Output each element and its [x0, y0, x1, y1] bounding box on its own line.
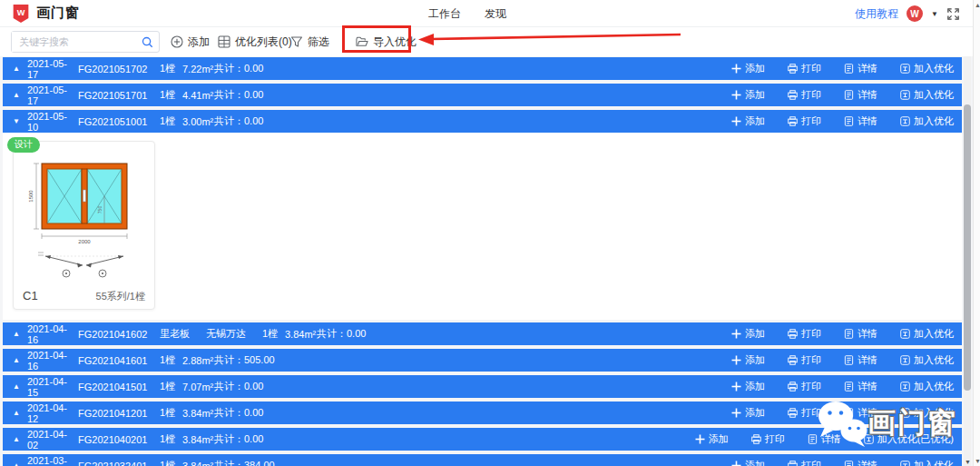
- row-add-button[interactable]: 添加: [731, 88, 765, 102]
- row-join-optimize-button[interactable]: 加入优化: [900, 380, 954, 393]
- row-join-optimize-label: 加入优化(已优化): [877, 432, 954, 446]
- row-join-optimize-button[interactable]: 加入优化: [900, 62, 954, 75]
- row-add-button[interactable]: 添加: [731, 380, 765, 393]
- top-nav: 工作台 发现: [428, 0, 506, 27]
- project-row[interactable]: ▲ 2021-04-15 FG2021041501 1樘 7.07m² 共计：0…: [3, 375, 962, 398]
- expand-toggle-icon[interactable]: ▲: [13, 435, 27, 443]
- scroll-down-icon[interactable]: ▼: [975, 458, 980, 464]
- inner-scrollbar-thumb[interactable]: [964, 104, 971, 391]
- row-join-optimize-button[interactable]: 加入优化: [900, 459, 954, 466]
- expand-toggle-icon[interactable]: ▲: [13, 409, 27, 417]
- row-print-button[interactable]: 打印: [788, 380, 821, 393]
- expand-toggle-icon[interactable]: ▲: [13, 64, 27, 73]
- row-code: FG2021051702: [78, 64, 160, 74]
- fullscreen-icon[interactable]: [946, 7, 960, 21]
- expand-toggle-icon[interactable]: ▲: [13, 330, 27, 338]
- optimize-list-button[interactable]: 优化列表(0): [218, 34, 292, 50]
- scroll-up-icon[interactable]: ▲: [975, 2, 980, 8]
- row-print-button[interactable]: 打印: [788, 353, 821, 367]
- row-join-optimize-button[interactable]: 加入优化: [900, 114, 954, 128]
- caret-down-icon[interactable]: ▼: [931, 10, 938, 18]
- row-join-optimize-button[interactable]: 加入优化(已优化): [864, 432, 954, 446]
- project-row[interactable]: ▲ 2021-04-12 FG2021041201 1樘 3.84m² 共计：0…: [3, 402, 962, 424]
- dim-height-label: 1500: [28, 190, 34, 203]
- row-area: 3.84m²: [285, 329, 317, 340]
- row-print-label: 打印: [801, 459, 821, 466]
- design-card[interactable]: 设计 1500: [13, 141, 155, 310]
- project-row[interactable]: ▲ 2021-05-17 FG2021051702 1樘 7.22m² 共计：0…: [3, 57, 962, 80]
- row-area: 7.22m²: [182, 64, 214, 74]
- row-add-button[interactable]: 添加: [731, 459, 765, 466]
- row-detail-button[interactable]: 详情: [844, 114, 877, 128]
- row-print-button[interactable]: 打印: [751, 432, 785, 446]
- row-add-label: 添加: [745, 380, 765, 393]
- row-print-button[interactable]: 打印: [788, 88, 821, 102]
- expand-toggle-icon[interactable]: ▲: [13, 461, 27, 466]
- search-input[interactable]: [12, 32, 139, 52]
- row-add-button[interactable]: 添加: [731, 353, 765, 367]
- row-print-button[interactable]: 打印: [788, 327, 821, 341]
- row-join-optimize-button[interactable]: 加入优化: [900, 406, 954, 420]
- import-optimize-button[interactable]: 导入优化: [356, 34, 416, 50]
- row-detail-label: 详情: [858, 62, 877, 75]
- row-add-button[interactable]: 添加: [695, 432, 729, 446]
- project-row[interactable]: ▲ 2021-03-24 FG2021032401 1樘 3.84m² 共计：3…: [3, 454, 962, 466]
- row-detail-button[interactable]: 详情: [844, 459, 877, 466]
- row-print-button[interactable]: 打印: [788, 459, 821, 466]
- project-row[interactable]: ▲ 2021-04-16 FG2021041601 1樘 2.88m² 共计：5…: [3, 349, 962, 372]
- row-add-button[interactable]: 添加: [731, 114, 765, 128]
- row-join-optimize-button[interactable]: 加入优化: [900, 327, 954, 341]
- avatar[interactable]: W: [906, 5, 923, 22]
- row-join-optimize-button[interactable]: 加入优化: [900, 88, 954, 102]
- row-detail-button[interactable]: 详情: [844, 406, 877, 420]
- rows-top: ▲ 2021-05-17 FG2021051702 1樘 7.22m² 共计：0…: [3, 57, 962, 133]
- row-units: 1樘: [160, 353, 182, 367]
- printer-icon: [788, 355, 798, 365]
- row-units: 1樘: [160, 380, 182, 393]
- row-total: 共计：0.00: [214, 62, 263, 75]
- scroll-down-icon[interactable]: ▼: [965, 459, 971, 465]
- filter-label: 筛选: [308, 35, 329, 50]
- box-icon: [900, 329, 910, 339]
- add-button[interactable]: 添加: [171, 34, 210, 50]
- project-row[interactable]: ▲ 2021-04-02 FG2021040201 1樘 3.84m² 共计：0…: [3, 428, 962, 451]
- row-add-label: 添加: [709, 432, 729, 446]
- row-detail-button[interactable]: 详情: [844, 327, 877, 341]
- row-detail-button[interactable]: 详情: [808, 432, 841, 446]
- project-row[interactable]: ▼ 2021-05-10 FG2021051001 1樘 3.00m² 共计：0…: [3, 110, 962, 133]
- inner-scrollbar[interactable]: ▼: [964, 56, 971, 466]
- search-icon[interactable]: [142, 36, 153, 48]
- project-row[interactable]: ▲ 2021-05-17 FG2021051701 1樘 4.41m² 共计：0…: [3, 84, 962, 106]
- row-detail-button[interactable]: 详情: [844, 353, 877, 367]
- expand-toggle-icon[interactable]: ▲: [13, 91, 27, 99]
- expand-toggle-icon[interactable]: ▼: [13, 117, 27, 125]
- project-row[interactable]: ▲ 2021-04-16 FG2021041602 里老板 无锡万达 1樘 3.…: [3, 322, 962, 345]
- expand-toggle-icon[interactable]: ▲: [13, 356, 27, 364]
- row-print-button[interactable]: 打印: [788, 114, 821, 128]
- tutorial-link[interactable]: 使用教程: [855, 6, 898, 22]
- row-detail-button[interactable]: 详情: [844, 380, 877, 393]
- row-print-label: 打印: [801, 380, 821, 393]
- logo[interactable]: W 画门窗: [12, 4, 80, 24]
- row-join-optimize-button[interactable]: 加入优化: [900, 353, 954, 367]
- browser-scrollbar[interactable]: ▲ ▼: [973, 0, 980, 466]
- row-detail-label: 详情: [821, 432, 841, 446]
- filter-button[interactable]: 筛选: [290, 34, 329, 50]
- nav-discover[interactable]: 发现: [485, 6, 506, 22]
- optimize-list-label: 优化列表(0): [235, 35, 292, 50]
- row-units: 1樘: [160, 406, 182, 420]
- expand-toggle-icon[interactable]: ▲: [13, 382, 27, 391]
- row-add-button[interactable]: 添加: [731, 62, 765, 75]
- row-print-button[interactable]: 打印: [788, 62, 821, 75]
- row-area: 3.84m²: [182, 461, 214, 466]
- row-date: 2021-04-12: [27, 402, 78, 424]
- row-print-button[interactable]: 打印: [788, 406, 821, 420]
- plus-icon: [731, 355, 741, 365]
- expanded-panel: 设计 1500: [3, 133, 962, 320]
- nav-workbench[interactable]: 工作台: [428, 6, 461, 22]
- row-add-button[interactable]: 添加: [731, 406, 765, 420]
- row-add-button[interactable]: 添加: [731, 327, 765, 341]
- row-detail-button[interactable]: 详情: [844, 62, 877, 75]
- document-icon: [844, 64, 854, 74]
- row-detail-button[interactable]: 详情: [844, 88, 877, 102]
